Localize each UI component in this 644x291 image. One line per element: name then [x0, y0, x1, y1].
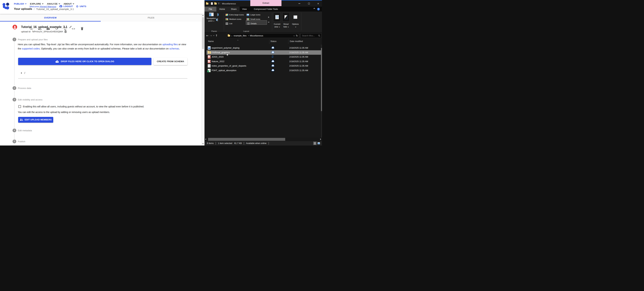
new-folder-icon[interactable] — [214, 3, 217, 4]
drop-files-button[interactable]: DROP FILES HERE OR CLICK TO OPEN DIALOG — [18, 58, 152, 65]
scrollbar-thumb[interactable] — [321, 48, 322, 111]
path-overflow-icon[interactable] — [231, 34, 232, 37]
file-row-p3ht-optical-absorption[interactable]: P3HT_optical_absorption 2/18/2025 11:35 … — [206, 68, 321, 73]
api-code-icon[interactable]: <> — [72, 27, 76, 30]
close-button[interactable]: ✕ — [314, 0, 322, 6]
tab-compressed-folder-tools[interactable]: Compressed Folder Tools — [250, 6, 282, 11]
help-icon[interactable] — [317, 8, 320, 10]
maximize-button[interactable] — [305, 0, 313, 6]
show-hide-label[interactable]: Show/ hide — [281, 23, 291, 28]
delete-upload-icon[interactable] — [80, 27, 84, 30]
layout-details[interactable]: Details — [247, 22, 256, 25]
scrollbar-thumb[interactable] — [208, 138, 285, 141]
expand-icon[interactable] — [20, 72, 22, 74]
horizontal-scrollbar[interactable] — [204, 138, 322, 141]
folder-icon — [228, 35, 230, 36]
reload-icon[interactable]: ↺ — [55, 27, 58, 30]
navigation-pane-button[interactable]: Navigation pane — [206, 12, 216, 22]
column-date-modified[interactable]: Date modified — [290, 40, 303, 42]
gallery-scroll-down-icon[interactable] — [268, 18, 270, 21]
small-icons-label: Small icons — [250, 18, 260, 20]
address-path-box[interactable]: example_files Miscellaneous ↻ — [226, 33, 299, 38]
uploading-files-link[interactable]: uploading files — [162, 43, 178, 46]
column-name[interactable]: Name — [208, 40, 214, 42]
current-view-label[interactable]: Current view — [272, 23, 282, 28]
layout-medium-icons[interactable]: Medium icons — [226, 17, 241, 21]
current-view-button[interactable] — [273, 12, 281, 22]
column-status[interactable]: Status — [270, 40, 276, 42]
file-row-joss-2023[interactable]: JOSS_2023 2/18/2025 11:35 AM — [206, 55, 321, 59]
tab-file[interactable]: File — [204, 6, 216, 11]
file-tree-root-row[interactable]: / — [21, 71, 25, 75]
supported-codes-link[interactable]: supported codes — [22, 47, 40, 50]
page-scrollbar[interactable] — [202, 14, 204, 145]
user-link[interactable]: Ahmed Mansour — [40, 5, 56, 8]
zip-file-icon — [208, 51, 211, 54]
address-dropdown-icon[interactable] — [294, 35, 295, 36]
preview-pane-icon[interactable] — [217, 13, 218, 16]
logout-button[interactable]: LOGOUT — [59, 5, 73, 8]
active-tab-indicator — [0, 21, 101, 21]
nav-publish[interactable]: PUBLISH — [14, 2, 26, 5]
copy-id-icon[interactable] — [64, 30, 67, 33]
tab-overview[interactable]: OVERVIEW — [0, 14, 101, 21]
search-box[interactable] — [300, 33, 322, 38]
tab-share[interactable]: Share — [228, 6, 240, 11]
column-divider[interactable] — [269, 39, 270, 44]
show-hide-button[interactable] — [282, 12, 290, 22]
forward-icon[interactable]: → — [210, 34, 212, 37]
panes-group-label: Panes — [207, 30, 222, 32]
up-icon[interactable]: ↑ — [215, 34, 218, 37]
thumbnail-view-toggle[interactable] — [317, 142, 320, 145]
file-row-fairmat-graphics[interactable]: FAIRmat_graphics 2/18/2025 11:35 AM — [206, 50, 321, 55]
scroll-left-icon[interactable] — [205, 139, 207, 140]
tab-view[interactable]: View — [240, 6, 249, 11]
layout-list[interactable]: List — [226, 22, 232, 25]
members-icon[interactable] — [38, 27, 42, 30]
scrollbar-thumb[interactable] — [202, 17, 204, 49]
recent-locations-icon[interactable] — [213, 35, 214, 36]
properties-icon[interactable] — [211, 2, 213, 5]
reprocess-icon[interactable] — [63, 27, 67, 30]
customize-quick-access-icon[interactable] — [218, 3, 220, 4]
scroll-down-icon[interactable] — [202, 143, 204, 144]
options-label[interactable]: Options — [291, 23, 300, 28]
search-icon[interactable] — [318, 34, 320, 37]
search-input[interactable] — [302, 34, 318, 37]
back-icon[interactable]: ← — [206, 34, 208, 37]
gallery-scroll-up-icon[interactable] — [268, 13, 270, 16]
visible-to-all-checkbox[interactable] — [18, 105, 21, 108]
collapse-ribbon-icon[interactable] — [314, 8, 315, 10]
minimize-button[interactable] — [296, 0, 303, 6]
search-icon[interactable] — [29, 27, 33, 30]
schemas-link[interactable]: schemas — [170, 47, 179, 50]
folder-icon[interactable] — [206, 3, 208, 4]
path-miscellaneous[interactable]: Miscellaneous — [250, 34, 263, 37]
cloud-status-icon — [271, 46, 275, 49]
edit-upload-members-button[interactable]: EDIT UPLOAD MEMBERS — [18, 117, 53, 123]
create-from-schema-button[interactable]: CREATE FROM SCHEMA — [154, 58, 187, 65]
layout-extra-large-icons[interactable]: Extra large icons — [226, 13, 244, 16]
options-button[interactable] — [292, 13, 298, 21]
file-row-experiment-polymer-doping[interactable]: experiment_polymer_doping 2/18/2025 11:3… — [206, 46, 321, 50]
path-example-files[interactable]: example_files — [234, 34, 246, 37]
tab-home[interactable]: Home — [216, 6, 228, 11]
details-view-toggle[interactable] — [313, 142, 316, 145]
units-button[interactable]: ⚙ UNITS — [76, 5, 86, 8]
tab-files[interactable]: FILES — [101, 14, 202, 21]
download-files-icon[interactable] — [46, 27, 50, 30]
scroll-up-icon[interactable] — [202, 15, 204, 16]
gallery-more-icon[interactable] — [268, 22, 270, 26]
column-divider[interactable] — [288, 39, 288, 44]
file-row-nature-2022[interactable]: Nature_2022 2/18/2025 11:35 AM — [206, 59, 321, 64]
vertical-scrollbar[interactable] — [321, 44, 322, 138]
details-pane-icon[interactable] — [218, 18, 218, 21]
nomad-logo-icon[interactable] — [2, 3, 10, 10]
units-label: UNITS — [80, 5, 86, 8]
refresh-icon[interactable]: ↻ — [296, 34, 298, 37]
file-row-notes-properties[interactable]: notes_properties_of_good_dopants 2/18/20… — [206, 64, 321, 68]
layout-large-icons[interactable]: Large icons — [246, 13, 260, 16]
extract-contextual-tab[interactable]: Extract — [250, 0, 282, 6]
scroll-right-icon[interactable] — [320, 139, 321, 140]
column-headers: Name Status Date modified — [204, 39, 321, 44]
